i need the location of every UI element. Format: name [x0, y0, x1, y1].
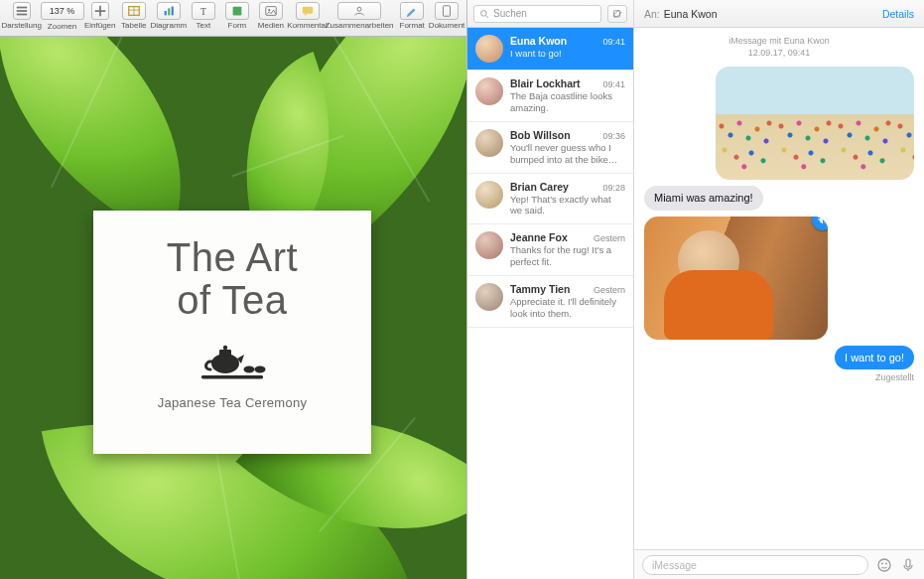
table-icon	[122, 2, 146, 20]
svg-point-16	[223, 346, 227, 350]
conversation-name: Bob Willson	[510, 129, 571, 141]
insert-icon	[91, 2, 109, 20]
conversation-time: 09:41	[602, 79, 625, 89]
details-button[interactable]: Details	[882, 8, 914, 20]
svg-rect-15	[219, 350, 231, 356]
incoming-bubble: Miami was amazing!	[644, 186, 763, 210]
svg-point-18	[255, 366, 266, 373]
svg-rect-2	[16, 14, 27, 16]
svg-point-12	[357, 7, 361, 11]
editor-canvas[interactable]: The Art of Tea Japanese Tea Ceremony	[0, 37, 466, 579]
format-button[interactable]: Format	[397, 2, 427, 30]
insert-button[interactable]: Einfügen	[85, 2, 115, 30]
document-icon	[435, 2, 459, 20]
svg-rect-4	[164, 11, 166, 15]
avatar	[475, 35, 503, 63]
search-input[interactable]: Suchen	[473, 5, 601, 23]
chart-button[interactable]: Diagramm	[153, 2, 185, 30]
zoom-value: 137 %	[41, 2, 84, 20]
conversation-name: Euna Kwon	[510, 35, 567, 47]
message-in-text[interactable]: Miami was amazing!	[644, 186, 914, 210]
table-button[interactable]: Tabelle	[119, 2, 149, 30]
comment-button[interactable]: Kommentar	[290, 2, 326, 30]
emoji-button-icon[interactable]	[876, 557, 892, 573]
shape-icon	[225, 2, 249, 20]
media-button[interactable]: Medien	[256, 2, 286, 30]
message-out-text[interactable]: I want to go!	[644, 346, 914, 369]
view-icon	[13, 2, 31, 20]
message-input[interactable]: iMessage	[642, 555, 868, 575]
message-in-image[interactable]	[644, 217, 914, 340]
svg-rect-11	[303, 7, 314, 14]
svg-point-20	[481, 10, 487, 16]
svg-rect-5	[168, 8, 170, 15]
thread-timestamp: iMessage mit Euna Kwon 12.09.17, 09:41	[728, 36, 830, 59]
conversation-preview: Thanks for the rug! It's a perfect fit.	[510, 244, 625, 268]
insert-label: Einfügen	[84, 21, 116, 30]
conversation-item[interactable]: Tammy TienGesternAppreciate it. I'll def…	[467, 276, 633, 328]
conversation-preview: Yep! That's exactly what we said.	[510, 194, 625, 217]
to-label: An:	[644, 8, 660, 20]
svg-point-14	[211, 354, 239, 373]
conversation-item[interactable]: Jeanne FoxGesternThanks for the rug! It'…	[467, 224, 633, 276]
conversation-name: Brian Carey	[510, 181, 569, 193]
conversation-time: Gestern	[594, 233, 625, 243]
conversation-name: Jeanne Fox	[510, 231, 568, 243]
conversation-item[interactable]: Blair Lockhart09:41The Baja coastline lo…	[467, 71, 633, 122]
text-button[interactable]: T Text	[189, 2, 218, 30]
chat-header: An: Euna Kwon Details	[634, 0, 924, 28]
view-menu-button[interactable]: Darstellung	[4, 2, 39, 30]
avatar	[475, 181, 503, 209]
recipient-name: Euna Kwon	[664, 8, 718, 20]
title-card[interactable]: The Art of Tea Japanese Tea Ceremony	[93, 211, 371, 454]
compose-bar: iMessage	[634, 549, 924, 579]
search-placeholder: Suchen	[493, 8, 527, 19]
document-subtitle: Japanese Tea Ceremony	[158, 395, 308, 410]
microphone-button-icon[interactable]	[900, 557, 916, 573]
outgoing-bubble: I want to go!	[835, 346, 914, 369]
svg-rect-6	[171, 7, 173, 16]
document-label: Dokument	[429, 21, 464, 30]
message-input-placeholder: iMessage	[652, 559, 697, 571]
document-button[interactable]: Dokument	[431, 2, 462, 30]
conversation-preview: You'll never guess who I bumped into at …	[510, 142, 625, 166]
tapback-like-icon[interactable]	[812, 217, 828, 230]
svg-point-10	[268, 9, 270, 11]
message-thread[interactable]: iMessage mit Euna Kwon 12.09.17, 09:41 M…	[634, 28, 924, 549]
svg-rect-13	[444, 6, 451, 17]
avatar	[475, 283, 503, 311]
conversation-item[interactable]: Euna Kwon09:41I want to go!	[467, 28, 633, 71]
message-out-image[interactable]	[644, 67, 914, 180]
conversation-item[interactable]: Bob Willson09:36You'll never guess who I…	[467, 122, 633, 174]
collaborate-label: Zusammenarbeiten	[326, 21, 394, 30]
format-label: Format	[400, 21, 425, 30]
messages-window: Suchen Euna Kwon09:41I want to go!Blair …	[467, 0, 924, 579]
collaborate-icon	[337, 2, 381, 20]
svg-rect-19	[201, 375, 263, 379]
conversation-list[interactable]: Euna Kwon09:41I want to go!Blair Lockhar…	[467, 28, 633, 579]
svg-rect-25	[906, 559, 910, 567]
avatar	[475, 77, 503, 105]
zoom-label: Zoomen	[48, 22, 76, 31]
editor-toolbar: Darstellung 137 % Zoomen Einfügen Tabell…	[0, 0, 466, 37]
avatar	[475, 231, 503, 259]
chat-pane: An: Euna Kwon Details iMessage mit Euna …	[634, 0, 924, 579]
svg-point-23	[881, 562, 883, 564]
svg-point-22	[878, 559, 890, 571]
text-icon: T	[192, 2, 215, 20]
zoom-dropdown[interactable]: 137 % Zoomen	[43, 2, 80, 31]
sidebar-toolbar: Suchen	[467, 0, 633, 28]
new-message-button[interactable]	[607, 5, 627, 23]
avatar	[475, 129, 503, 157]
collaborate-button[interactable]: Zusammenarbeiten	[330, 2, 389, 30]
portrait-photo	[644, 217, 828, 340]
shape-button[interactable]: Form	[222, 2, 252, 30]
delivered-status: Zugestellt	[875, 372, 914, 382]
conversation-item[interactable]: Brian Carey09:28Yep! That's exactly what…	[467, 174, 633, 225]
svg-text:T: T	[200, 6, 206, 17]
conversation-preview: Appreciate it. I'll definitely look into…	[510, 296, 625, 320]
table-label: Tabelle	[121, 21, 146, 30]
svg-point-24	[885, 562, 887, 564]
media-label: Medien	[258, 21, 284, 30]
conversation-preview: I want to go!	[510, 48, 625, 60]
